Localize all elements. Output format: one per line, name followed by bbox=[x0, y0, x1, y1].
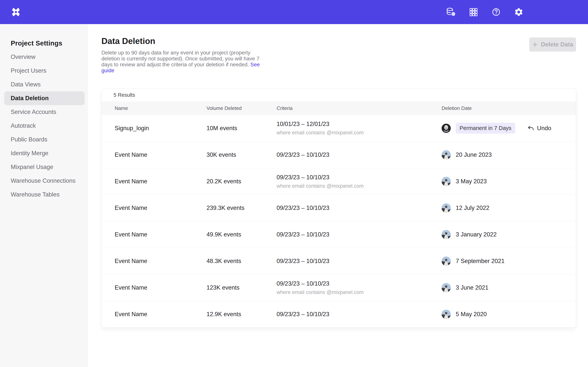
help-icon[interactable] bbox=[491, 7, 501, 17]
delete-data-button-label: Delete Data bbox=[541, 41, 573, 48]
sidebar: Project Settings OverviewProject UsersDa… bbox=[0, 24, 88, 367]
criteria-date-range: 09/23/23 – 10/10/23 bbox=[277, 205, 441, 211]
table-row: Event Name239.3K events09/23/23 – 10/10/… bbox=[102, 195, 576, 221]
deletion-date-cell: 20 June 2023 bbox=[441, 150, 576, 159]
criteria: 09/23/23 – 10/10/23 bbox=[277, 151, 441, 158]
criteria-date-range: 09/23/23 – 10/10/23 bbox=[277, 151, 441, 158]
mixpanel-logo-icon[interactable] bbox=[11, 7, 21, 17]
deletion-date: 7 September 2021 bbox=[456, 258, 505, 265]
deletion-date-cell: 5 May 2020 bbox=[441, 310, 576, 319]
table-row: Event Name30K events09/23/23 – 10/10/232… bbox=[102, 142, 576, 168]
table-row: Signup_login10M events10/01/23 – 12/01/2… bbox=[102, 115, 576, 142]
criteria-date-range: 09/23/23 – 10/10/23 bbox=[277, 311, 441, 318]
page-description-text: Delete up to 90 days data for any event … bbox=[102, 50, 259, 67]
criteria-date-range: 09/23/23 – 10/10/23 bbox=[277, 258, 441, 265]
table-header-row: NameVolume DeletedCriteriaDeletion Date bbox=[102, 101, 576, 115]
deletion-date-cell: 3 May 2023 bbox=[441, 177, 576, 186]
criteria-date-range: 09/23/23 – 10/10/23 bbox=[277, 280, 441, 287]
criteria: 09/23/23 – 10/10/23 bbox=[277, 311, 441, 318]
volume-deleted: 239.3K events bbox=[207, 205, 277, 211]
topbar bbox=[0, 0, 588, 24]
event-name: Event Name bbox=[115, 151, 207, 158]
deletion-date-cell: 7 September 2021 bbox=[441, 257, 576, 266]
volume-deleted: 10M events bbox=[207, 125, 277, 132]
table-body: Signup_login10M events10/01/23 – 12/01/2… bbox=[102, 115, 576, 327]
user-avatar bbox=[441, 230, 451, 239]
deletion-date: 5 May 2020 bbox=[456, 311, 487, 318]
main-content: Data Deletion Delete up to 90 days data … bbox=[88, 24, 588, 328]
deletion-date: 3 January 2022 bbox=[456, 231, 497, 238]
event-name: Event Name bbox=[115, 205, 207, 211]
volume-deleted: 48.3K events bbox=[207, 258, 277, 265]
undo-label: Undo bbox=[537, 125, 551, 132]
criteria-date-range: 09/23/23 – 10/10/23 bbox=[277, 174, 441, 181]
apps-grid-icon[interactable] bbox=[468, 7, 478, 17]
table-row: Event Name123K events09/23/23 – 10/10/23… bbox=[102, 274, 576, 301]
user-avatar bbox=[441, 310, 451, 319]
delete-data-button[interactable]: Delete Data bbox=[529, 37, 576, 52]
criteria-filter: where email contains @mixpanel.com bbox=[277, 130, 441, 136]
sidebar-item-data-views[interactable]: Data Views bbox=[4, 78, 85, 91]
user-avatar bbox=[441, 203, 451, 213]
column-header-deletion-date: Deletion Date bbox=[441, 105, 576, 111]
deletion-date: 20 June 2023 bbox=[456, 151, 492, 158]
undo-icon bbox=[527, 125, 534, 132]
table-row: Event Name12.9K events09/23/23 – 10/10/2… bbox=[102, 301, 576, 327]
criteria: 09/23/23 – 10/10/23 bbox=[277, 205, 441, 211]
event-name: Event Name bbox=[115, 231, 207, 238]
column-header-volume-deleted: Volume Deleted bbox=[207, 105, 277, 111]
volume-deleted: 49.9K events bbox=[207, 231, 277, 238]
criteria: 10/01/23 – 12/01/23where email contains … bbox=[277, 121, 441, 136]
criteria-date-range: 09/23/23 – 10/10/23 bbox=[277, 231, 441, 238]
deletion-date-cell: Permanent in 7 DaysUndo bbox=[441, 123, 576, 133]
status-badge: Permanent in 7 Days bbox=[456, 123, 515, 133]
column-header-criteria: Criteria bbox=[277, 105, 441, 111]
column-header-name: Name bbox=[115, 105, 207, 111]
volume-deleted: 20.2K events bbox=[207, 178, 277, 185]
data-management-icon[interactable] bbox=[446, 7, 456, 17]
sidebar-nav: OverviewProject UsersData ViewsData Dele… bbox=[0, 50, 87, 201]
criteria-date-range: 10/01/23 – 12/01/23 bbox=[277, 121, 441, 127]
sidebar-item-public-boards[interactable]: Public Boards bbox=[4, 133, 85, 146]
event-name: Signup_login bbox=[115, 125, 207, 132]
criteria: 09/23/23 – 10/10/23 bbox=[277, 231, 441, 238]
page-header: Data Deletion Delete up to 90 days data … bbox=[102, 36, 576, 73]
table-row: Event Name48.3K events09/23/23 – 10/10/2… bbox=[102, 248, 576, 274]
sidebar-item-data-deletion[interactable]: Data Deletion bbox=[4, 91, 85, 105]
user-avatar bbox=[441, 257, 451, 266]
criteria: 09/23/23 – 10/10/23where email contains … bbox=[277, 280, 441, 295]
deletion-table-card: 5 Results NameVolume DeletedCriteriaDele… bbox=[102, 88, 576, 328]
user-avatar bbox=[441, 150, 451, 159]
sidebar-item-warehouse-tables[interactable]: Warehouse Tables bbox=[4, 188, 85, 201]
sidebar-item-mixpanel-usage[interactable]: Mixpanel Usage bbox=[4, 160, 85, 174]
settings-icon[interactable] bbox=[514, 7, 524, 17]
deletion-date: 12 July 2022 bbox=[456, 205, 489, 211]
plus-icon bbox=[532, 42, 538, 47]
undo-button[interactable]: Undo bbox=[527, 125, 551, 132]
sidebar-item-autotrack[interactable]: Autotrack bbox=[4, 119, 85, 133]
event-name: Event Name bbox=[115, 284, 207, 291]
volume-deleted: 123K events bbox=[207, 284, 277, 291]
sidebar-item-service-accounts[interactable]: Service Accounts bbox=[4, 105, 85, 119]
deletion-date-cell: 3 January 2022 bbox=[441, 230, 576, 239]
sidebar-item-identity-merge[interactable]: Identity Merge bbox=[4, 146, 85, 160]
results-count: 5 Results bbox=[102, 89, 576, 101]
sidebar-item-warehouse-connections[interactable]: Warehouse Connections bbox=[4, 174, 85, 188]
page-description: Delete up to 90 days data for any event … bbox=[102, 50, 270, 73]
event-name: Event Name bbox=[115, 178, 207, 185]
deletion-date-cell: 12 July 2022 bbox=[441, 203, 576, 213]
deletion-date-cell: 3 June 2021 bbox=[441, 283, 576, 292]
user-avatar bbox=[441, 177, 451, 186]
deletion-date: 3 May 2023 bbox=[456, 178, 487, 185]
criteria-filter: where email contains @mixpanel.com bbox=[277, 289, 441, 295]
criteria: 09/23/23 – 10/10/23where email contains … bbox=[277, 174, 441, 189]
user-avatar bbox=[441, 124, 451, 133]
user-avatar bbox=[441, 283, 451, 292]
table-row: Event Name49.9K events09/23/23 – 10/10/2… bbox=[102, 221, 576, 248]
sidebar-item-project-users[interactable]: Project Users bbox=[4, 64, 85, 78]
event-name: Event Name bbox=[115, 311, 207, 318]
page-title: Data Deletion bbox=[102, 36, 270, 46]
sidebar-item-overview[interactable]: Overview bbox=[4, 50, 85, 64]
event-name: Event Name bbox=[115, 258, 207, 265]
sidebar-heading: Project Settings bbox=[11, 39, 87, 47]
